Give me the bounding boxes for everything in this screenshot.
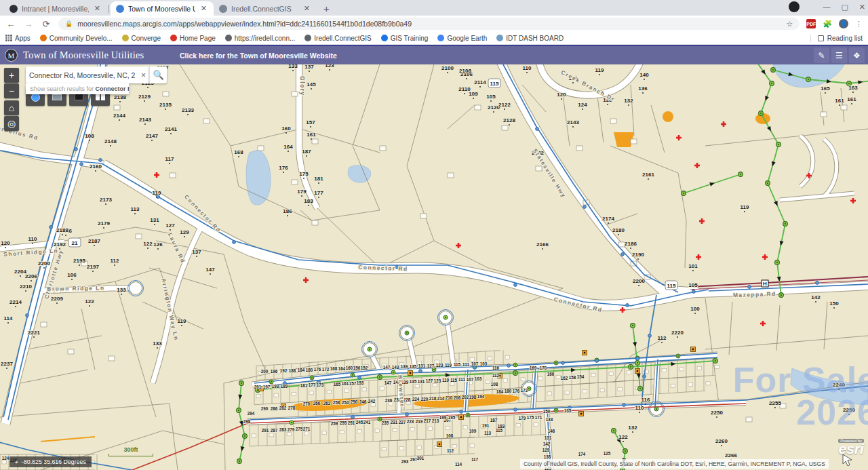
- valve-icon: [643, 375, 646, 378]
- lot-label: 259: [331, 421, 338, 426]
- esri-logo[interactable]: Powered by esri: [838, 439, 864, 456]
- parcel-label: 2179: [98, 220, 110, 227]
- lock-icon: 🔒: [65, 20, 73, 27]
- parcel-label: 2122: [498, 102, 511, 108]
- bookmark-item[interactable]: Google Earth: [437, 35, 487, 42]
- minimize-button[interactable]: —: [823, 3, 830, 11]
- search-box[interactable]: ×: [26, 66, 149, 83]
- search-suggestion[interactable]: Show search results for Connector R...: [26, 83, 129, 94]
- lot-label: 258: [333, 400, 340, 405]
- parcel-label: 2138: [114, 94, 126, 100]
- adobe-pdf-extension-icon[interactable]: PDF: [806, 19, 816, 28]
- legend-list-icon[interactable]: ☰: [831, 47, 847, 63]
- tab-favicon: [116, 5, 124, 13]
- valve-icon: [583, 205, 587, 209]
- bookmark-item[interactable]: Converge: [122, 35, 161, 42]
- browser-profile-icon[interactable]: [789, 1, 800, 12]
- layers-icon[interactable]: ❖: [849, 47, 865, 63]
- lot-label: 213: [432, 418, 439, 423]
- parcel-label: 2188: [56, 227, 68, 233]
- parcel-label: 2214: [9, 299, 22, 305]
- parcel-label: 161: [835, 98, 844, 104]
- home-button[interactable]: ⌂: [4, 100, 19, 115]
- new-tab-button[interactable]: +: [317, 3, 336, 16]
- lot-label: 165: [334, 382, 341, 387]
- profile-avatar-icon[interactable]: 👤: [839, 19, 848, 28]
- lot-label: 115: [454, 362, 461, 367]
- lot-label: 115: [450, 378, 458, 383]
- url-input[interactable]: 🔒 mooresvillenc.maps.arcgis.com/apps/web…: [58, 18, 800, 30]
- lot-label: 143: [392, 365, 399, 370]
- mooresville-logo: M: [5, 49, 18, 62]
- lot-label: 271: [303, 427, 311, 431]
- app-title: Town of Mooresville Utilities: [23, 50, 144, 61]
- lot-label: 131: [545, 435, 552, 440]
- building-footprint: [576, 146, 583, 151]
- building-footprint: [258, 146, 264, 151]
- back-icon[interactable]: ←: [5, 19, 16, 29]
- valve-icon: [80, 163, 83, 166]
- parcel-label: 2197: [87, 264, 99, 270]
- bookmark-favicon: [437, 35, 444, 41]
- lot-label: 287: [271, 428, 278, 433]
- browser-tab[interactable]: Intranet | Mooresville, NC - Offic ✕: [4, 1, 107, 16]
- bookmark-item[interactable]: Apps: [5, 35, 31, 42]
- tab-favicon: [9, 5, 18, 13]
- parcel-label: 119: [153, 190, 161, 196]
- extensions-icon[interactable]: 🧩: [823, 20, 832, 28]
- bookmark-item[interactable]: Community Develo...: [40, 35, 113, 42]
- zoom-in-button[interactable]: +: [4, 68, 19, 83]
- lot-label: 294: [248, 411, 255, 416]
- bookmark-item[interactable]: Home Page: [170, 35, 216, 42]
- lot-label: 129: [542, 448, 550, 452]
- building-footprint: [170, 173, 176, 178]
- parcel-label: 110: [523, 65, 532, 71]
- map-viewport[interactable]: H212121172125212921352133214121472144214…: [0, 64, 868, 470]
- lot-label: 210: [446, 395, 453, 400]
- browser-tab[interactable]: Iredell.ConnectGIS ✕: [214, 1, 317, 16]
- building-footprint: [41, 322, 47, 327]
- zoom-out-button[interactable]: −: [4, 83, 19, 98]
- map-attribution: County of Iredell GIS, Iredell County, S…: [520, 459, 829, 469]
- building-footprint: [136, 234, 142, 239]
- reload-icon[interactable]: ⟳: [41, 19, 52, 29]
- maximize-button[interactable]: ▢: [841, 3, 848, 12]
- bookmark-item[interactable]: https://iredell.conn...: [225, 35, 296, 42]
- building-footprint: [448, 173, 454, 178]
- tab-close-icon[interactable]: ✕: [199, 4, 208, 13]
- bookmark-item[interactable]: GIS Training: [381, 35, 429, 42]
- bookmark-item[interactable]: IDT DASH BOARD: [496, 35, 564, 42]
- forward-icon[interactable]: →: [23, 19, 34, 29]
- parcel-label: 181: [314, 176, 323, 182]
- search-input[interactable]: [29, 71, 138, 79]
- lot-label: 127: [427, 364, 435, 368]
- menu-kebab-icon[interactable]: ⋮: [855, 20, 863, 28]
- tab-close-icon[interactable]: ✕: [302, 4, 311, 13]
- locate-button[interactable]: ◎: [4, 116, 19, 131]
- close-button[interactable]: ✕: [859, 3, 865, 12]
- browser-tab[interactable]: Town of Mooresville Utilities ✕: [111, 1, 214, 16]
- tab-close-icon[interactable]: ✕: [93, 4, 102, 13]
- parcel-label: 175: [299, 171, 309, 177]
- parcel-label: 179: [297, 189, 307, 195]
- gis-map-canvas[interactable]: H212121172125212921352133214121472144214…: [0, 64, 868, 470]
- measure-pencil-icon[interactable]: ✎: [814, 47, 829, 63]
- bookmark-item[interactable]: Iredell.ConnectGIS: [304, 35, 372, 42]
- lot-label: 217: [424, 418, 431, 423]
- svg-text:H: H: [763, 281, 767, 287]
- parcel-label: 112: [658, 335, 667, 341]
- lot-label: 242: [368, 399, 376, 404]
- parcel-label: 2143: [139, 117, 151, 123]
- lot-label: 127: [426, 378, 433, 383]
- search-button[interactable]: 🔍: [149, 66, 167, 83]
- parcel-label: 2141: [165, 126, 177, 132]
- town-website-link[interactable]: Click here for the Town of Mooresville W…: [180, 52, 337, 60]
- lot-label: 125: [604, 451, 611, 456]
- building-footprint: [380, 146, 386, 151]
- parcel-label: 2240: [833, 382, 845, 388]
- lot-label: 168: [330, 366, 338, 371]
- bookmark-star-icon[interactable]: ☆: [786, 20, 793, 28]
- clear-search-icon[interactable]: ×: [141, 71, 146, 80]
- parcel-label: 137: [192, 249, 201, 255]
- reading-list-button[interactable]: Reading list: [810, 35, 863, 42]
